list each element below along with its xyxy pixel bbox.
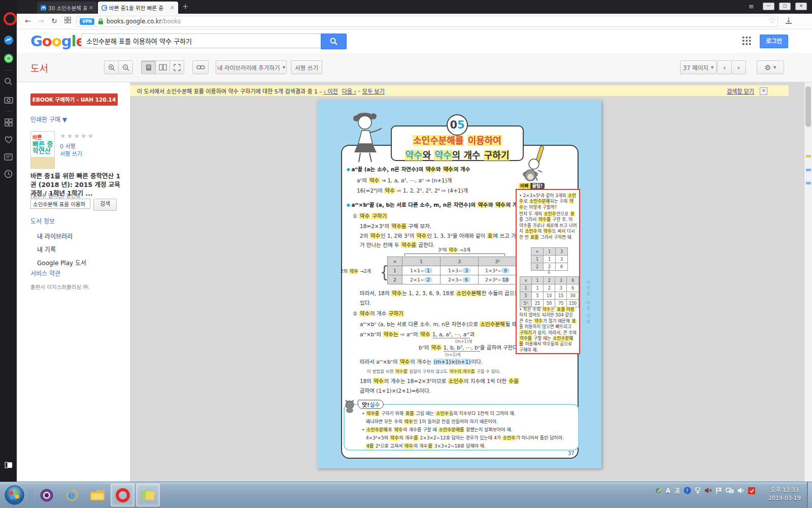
page-select-dropdown[interactable]: 37 페이지▼ <box>680 60 717 74</box>
menu-icon[interactable]: ≡ <box>749 3 754 10</box>
clock-date: 2019-03-19 <box>768 494 801 502</box>
count-label-n: (n+1)개 <box>445 352 460 357</box>
buy-print-link[interactable]: 인쇄판 구매 ▼ <box>30 115 67 123</box>
line: 16(=2⁴)의 약수 ⇨ 1, 2, 2², 2³, 2⁴ ⇨ (4+1)개 <box>357 186 468 194</box>
download-icon[interactable]: ↓ <box>786 17 792 24</box>
vpn-badge[interactable]: VPN <box>80 18 94 25</box>
bookmark-heart-icon[interactable]: ♡ <box>769 17 775 25</box>
taskbar-opera-active[interactable] <box>111 484 134 506</box>
url-field[interactable]: VPN books.google.co.kr/books <box>77 16 778 27</box>
illustration-cat <box>343 399 358 413</box>
search-match-marker[interactable] <box>806 169 811 171</box>
close-search-x-button[interactable]: ✕ <box>760 87 767 95</box>
my-history-link[interactable]: 내 기록 <box>37 245 56 253</box>
table-top-label: 3²의 약수 →3개 <box>404 246 504 253</box>
back-icon[interactable]: ← <box>25 17 31 25</box>
snapshot-camera-icon[interactable] <box>3 94 14 105</box>
two-page-view-button[interactable] <box>155 60 170 74</box>
scrollbar-thumb[interactable] <box>805 86 811 127</box>
reload-icon[interactable]: ↻ <box>51 17 57 25</box>
fullscreen-button[interactable] <box>170 60 184 74</box>
search-icon[interactable] <box>3 76 14 87</box>
search-match-marker[interactable] <box>806 155 811 157</box>
single-page-view-button[interactable] <box>141 60 156 74</box>
action-center-flag-icon[interactable] <box>716 487 722 494</box>
language-globe-icon[interactable] <box>655 487 662 494</box>
table-cell: 1 <box>544 256 556 263</box>
add-to-library-button[interactable]: 내 라이브러리에 추가하기▼ <box>216 60 287 74</box>
prev-page-button[interactable]: ‹ <box>717 60 732 74</box>
search-button[interactable] <box>321 34 347 49</box>
news-icon[interactable] <box>3 151 14 162</box>
help-icon[interactable]: ? <box>684 487 691 494</box>
history-clock-icon[interactable] <box>3 169 14 179</box>
taskbar-clock[interactable]: 오후 12:33 2019-03-19 <box>768 486 801 502</box>
minimize-button[interactable]: — <box>763 3 774 10</box>
settings-gear-button[interactable]: ⚙▼ <box>757 60 784 74</box>
review-count-link[interactable]: 0 서평 <box>60 142 76 150</box>
taskbar-sticky-notes-active[interactable] <box>136 484 160 506</box>
bookmarks-heart-icon[interactable] <box>3 134 14 145</box>
google-logo[interactable]: Google <box>30 33 85 50</box>
login-button[interactable]: 로그인 <box>760 35 788 48</box>
new-tab-button[interactable]: + <box>182 2 189 11</box>
volume-icon[interactable] <box>737 487 745 494</box>
taskbar-file-explorer[interactable] <box>85 484 109 506</box>
illustration-girl <box>345 110 392 167</box>
muted-speaker-icon[interactable] <box>704 487 712 494</box>
search-match-marker[interactable] <box>806 182 811 184</box>
network-icon[interactable] <box>726 487 734 494</box>
in-book-search-button[interactable]: 검색 <box>93 199 117 211</box>
tab-2-active[interactable]: 바쁜 중1을 위한 빠른 중 ✕ <box>98 2 178 14</box>
rating-stars[interactable]: ★★★★★ <box>60 132 94 140</box>
maximize-button[interactable]: ▢ <box>779 3 791 10</box>
taskbar-media-app[interactable] <box>35 484 58 506</box>
prev-result-link[interactable]: ‹ 이전 <box>324 87 338 95</box>
messenger-icon[interactable] <box>3 35 14 45</box>
vertical-scrollbar[interactable] <box>804 82 812 482</box>
close-button[interactable]: ✕ <box>795 3 807 10</box>
table-cell: 3 <box>555 277 567 284</box>
speed-dial-icon[interactable] <box>3 117 14 128</box>
forward-icon[interactable]: → <box>38 17 44 25</box>
link-button[interactable] <box>192 60 209 74</box>
tab-1[interactable]: 30 소인수분해 표를 이용 ✕ <box>37 2 97 14</box>
sidebar-setup-icon[interactable] <box>3 460 14 470</box>
whatsapp-icon[interactable] <box>3 53 14 64</box>
my-library-link[interactable]: 내 라이브러리 <box>37 232 73 240</box>
write-review-link[interactable]: 서평 쓰기 <box>60 149 82 157</box>
zoom-out-button[interactable] <box>118 60 133 74</box>
view-all-results-link[interactable]: 모두 보기 <box>362 87 385 95</box>
tab-close-icon[interactable]: ✕ <box>170 5 175 11</box>
line: 있다. <box>360 299 371 306</box>
apps-grid-icon[interactable] <box>742 37 751 47</box>
table-cell: 1×3²=9 <box>479 266 517 275</box>
book-info-link[interactable]: 도서 정보 <box>30 216 55 225</box>
speed-dial-grid-icon[interactable] <box>64 17 71 25</box>
taskbar-grip <box>29 489 32 501</box>
tip-table-small: ×13113226 <box>531 247 568 271</box>
opera-logo-icon[interactable] <box>4 12 17 25</box>
book-cover-thumbnail[interactable]: 바쁜 빠른 중학연산 <box>30 131 55 169</box>
tab-title: 30 소인수분해 표를 이용 <box>48 4 87 12</box>
start-button[interactable] <box>5 485 24 505</box>
search-input[interactable] <box>81 34 321 48</box>
zoom-in-button[interactable] <box>104 60 119 74</box>
google-play-books-link[interactable]: Google Play 도서 <box>37 258 86 267</box>
table-cell: 2×3²=18 <box>479 275 517 284</box>
show-hidden-icons[interactable] <box>695 487 701 494</box>
next-result-link[interactable]: 다음 › <box>342 87 356 95</box>
antivirus-icon[interactable] <box>748 487 755 494</box>
taskbar-internet-explorer[interactable]: e <box>60 484 84 506</box>
buy-ebook-button[interactable]: EBOOK 구매하기 - UAH 120.14 <box>30 93 118 106</box>
tab-close-icon[interactable]: ✕ <box>89 5 93 11</box>
in-book-search-input[interactable] <box>30 199 90 209</box>
table-cell: × <box>388 257 402 266</box>
next-page-button[interactable]: › <box>731 60 746 74</box>
terms-link[interactable]: 서비스 약관 <box>30 269 60 277</box>
write-review-button[interactable]: 서평 쓰기 <box>291 60 322 74</box>
ime-hanja-icon[interactable]: 漢 <box>674 486 680 495</box>
show-desktop-button[interactable] <box>807 482 812 508</box>
ime-latin-icon[interactable]: A <box>666 487 670 494</box>
close-search-link[interactable]: 검색창 닫기 <box>727 87 754 95</box>
